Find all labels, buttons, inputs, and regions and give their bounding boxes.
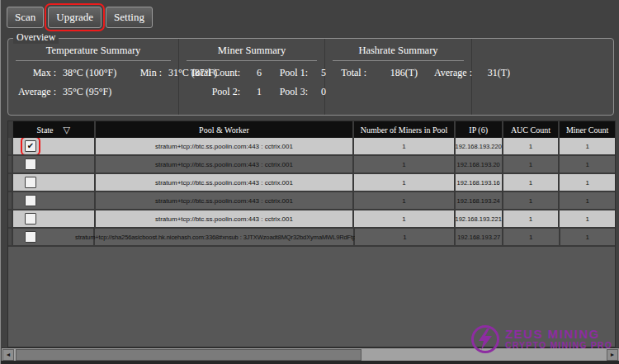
ip-cell: 192.168.193.27 xyxy=(456,229,503,245)
ip-cell: 192.168.193.16 xyxy=(456,174,503,191)
column-header-pool-worker[interactable]: Pool & Worker xyxy=(96,121,355,138)
row-checkbox[interactable] xyxy=(25,158,36,170)
hashrate-total-label: Total : xyxy=(325,67,366,79)
ip-cell: 192.168.193.220 xyxy=(456,138,503,154)
scroll-left-button[interactable]: ◄ xyxy=(2,349,14,361)
avg-temp-label: Average : xyxy=(8,86,56,98)
table-row: stratum+tcp://btc.ss.poolin.com:443 : cc… xyxy=(8,156,615,174)
row-checkbox[interactable] xyxy=(25,213,36,225)
overview-label: Overview xyxy=(13,31,59,44)
miners-in-pool-cell: 1 xyxy=(354,192,455,209)
auc-count-cell: 1 xyxy=(503,138,560,154)
tab-scan[interactable]: Scan xyxy=(7,7,44,28)
temperature-summary-title: Temperature Summary xyxy=(8,45,178,57)
table-row: stratum+tcp://sha256asicboost.hk.nicehas… xyxy=(8,229,615,247)
total-count-label: Total Count: xyxy=(179,67,240,79)
summary-panels: Temperature Summary Max : 38°C (100°F) M… xyxy=(8,39,613,115)
pool-worker-cell: stratum+tcp://btc.ss.poolin.com:443 : cc… xyxy=(96,210,355,227)
miners-in-pool-cell: 1 xyxy=(354,138,455,154)
scrollbar-thumb[interactable] xyxy=(16,349,361,361)
miner-count-cell: 1 xyxy=(560,156,615,173)
pool-worker-cell: stratum+tcp://btc.ss.poolin.com:443 : cc… xyxy=(96,174,355,191)
hashrate-total-value: 186(T) xyxy=(366,67,418,79)
row-checkbox[interactable] xyxy=(25,177,36,188)
auc-count-cell: 1 xyxy=(503,210,560,227)
table-row: stratum+tcp://btc.ss.poolin.com:443 : cc… xyxy=(8,210,615,229)
miner-count-cell: 1 xyxy=(560,174,615,191)
state-header-label: State xyxy=(37,125,54,135)
miner-summary-title: Miner Summary xyxy=(179,45,324,57)
pool1-label: Pool 1: xyxy=(262,67,308,79)
hashrate-avg-label: Average : xyxy=(418,67,472,79)
column-header-ip[interactable]: IP (6) xyxy=(456,121,503,138)
table-body: ✔ stratum+tcp://btc.ss.poolin.com:443 : … xyxy=(8,138,615,247)
miner-tool-window: ScanUpgradeSetting Overview Temperature … xyxy=(0,0,619,364)
pool-worker-cell: stratum+tcp://btc.ss.poolin.com:443 : cc… xyxy=(96,192,355,209)
min-temp-label: Min : xyxy=(129,67,162,79)
empty-panel xyxy=(472,39,613,115)
watermark-line1: ZEUS MINING xyxy=(505,328,612,342)
row-checkbox[interactable]: ✔ xyxy=(25,140,36,152)
state-cell xyxy=(13,156,96,173)
table-row: stratum+tcp://btc.ss.poolin.com:443 : cc… xyxy=(8,192,615,210)
watermark-line2: CRYPTO MINING PRO xyxy=(505,341,612,351)
max-temp-value: 38°C (100°F) xyxy=(56,67,129,79)
pool1-value: 5 xyxy=(308,67,326,79)
total-count-value: 6 xyxy=(240,67,262,79)
miner-summary-panel: Miner Summary Total Count: 6 Pool 1: 5 P… xyxy=(179,39,325,115)
column-header-state[interactable]: State ▽ xyxy=(13,121,96,138)
auc-count-cell: 1 xyxy=(503,229,560,245)
miners-in-pool-cell: 1 xyxy=(354,156,455,173)
zeus-mining-watermark: ZEUS MINING CRYPTO MINING PRO xyxy=(471,325,612,353)
overview-groupbox: Overview Temperature Summary Max : 38°C … xyxy=(7,38,614,116)
miners-table: State ▽ Pool & Worker Number of Miners i… xyxy=(7,121,616,347)
pool2-label: Pool 2: xyxy=(179,86,240,98)
column-header-miners-in-pool[interactable]: Number of Miners in Pool xyxy=(354,121,456,138)
ip-cell: 192.168.193.221 xyxy=(456,210,503,227)
divider xyxy=(187,60,317,61)
state-cell xyxy=(13,192,96,209)
miners-in-pool-cell: 1 xyxy=(354,210,455,227)
tab-setting[interactable]: Setting xyxy=(106,7,153,28)
tab-bar: ScanUpgradeSetting xyxy=(7,7,153,28)
pool3-value: 0 xyxy=(308,86,326,98)
table-header: State ▽ Pool & Worker Number of Miners i… xyxy=(8,121,615,138)
miners-in-pool-cell: 1 xyxy=(354,174,455,191)
state-cell xyxy=(13,210,96,227)
pool2-value: 1 xyxy=(240,86,262,98)
ip-cell: 192.168.193.20 xyxy=(456,156,503,173)
state-cell: ✔ xyxy=(13,138,96,154)
column-header-miner-count[interactable]: Miner Count xyxy=(560,121,615,138)
auc-count-cell: 1 xyxy=(503,192,560,209)
tab-upgrade[interactable]: Upgrade xyxy=(48,7,102,28)
row-checkbox[interactable] xyxy=(25,231,36,243)
pool3-label: Pool 3: xyxy=(262,86,308,98)
temperature-summary-panel: Temperature Summary Max : 38°C (100°F) M… xyxy=(8,39,179,115)
divider xyxy=(333,60,464,61)
divider xyxy=(16,60,171,61)
filter-triangle-icon[interactable]: ▽ xyxy=(64,125,70,135)
miners-in-pool-cell: 1 xyxy=(355,229,456,245)
pool-worker-cell: stratum+tcp://sha256asicboost.hk.nicehas… xyxy=(95,229,355,245)
hashrate-summary-title: Hashrate Summary xyxy=(325,45,471,57)
state-cell xyxy=(13,174,96,191)
table-row: ✔ stratum+tcp://btc.ss.poolin.com:443 : … xyxy=(8,138,615,156)
pool-worker-cell: stratum+tcp://btc.ss.poolin.com:443 : cc… xyxy=(96,138,355,154)
lightning-bolt-icon xyxy=(471,325,499,353)
row-checkbox[interactable] xyxy=(25,195,36,206)
miner-count-cell: 1 xyxy=(560,229,616,245)
pool-worker-cell: stratum+tcp://btc.ss.poolin.com:443 : cc… xyxy=(96,156,355,173)
table-row: stratum+tcp://btc.ss.poolin.com:443 : cc… xyxy=(8,174,615,192)
auc-count-cell: 1 xyxy=(503,156,560,173)
avg-temp-value: 35°C (95°F) xyxy=(56,86,129,98)
ip-cell: 192.168.193.24 xyxy=(456,192,503,209)
max-temp-label: Max : xyxy=(8,67,56,79)
miner-count-cell: 1 xyxy=(560,192,615,209)
auc-count-cell: 1 xyxy=(503,174,560,191)
hashrate-summary-panel: Hashrate Summary Total : 186(T) Average … xyxy=(325,39,472,115)
miner-count-cell: 1 xyxy=(560,210,615,227)
window-bottom-edge xyxy=(1,361,619,364)
miner-count-cell: 1 xyxy=(560,138,615,154)
column-header-auc-count[interactable]: AUC Count xyxy=(503,121,560,138)
